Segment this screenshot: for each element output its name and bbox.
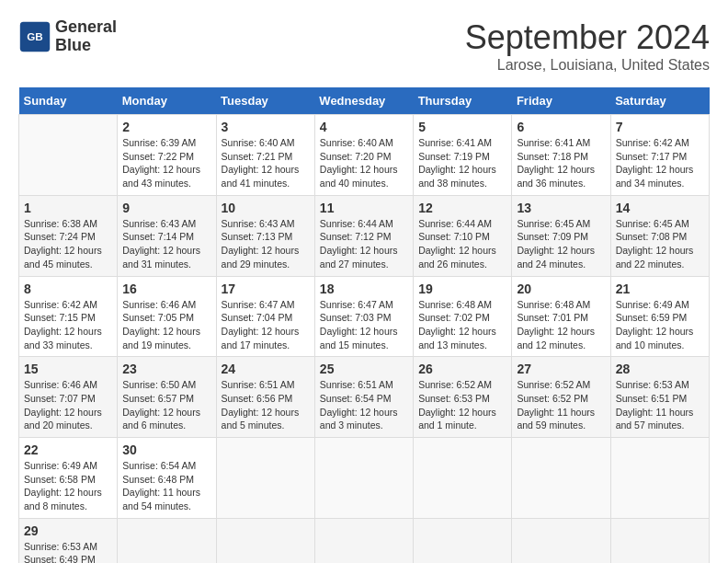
table-row: 15Sunrise: 6:46 AM Sunset: 7:07 PM Dayli… <box>19 357 118 438</box>
table-row: 23Sunrise: 6:50 AM Sunset: 6:57 PM Dayli… <box>118 357 216 438</box>
day-number: 4 <box>320 120 408 134</box>
day-info: Sunrise: 6:39 AM Sunset: 7:22 PM Dayligh… <box>122 136 210 190</box>
day-info: Sunrise: 6:53 AM Sunset: 6:49 PM Dayligh… <box>24 540 112 563</box>
day-info: Sunrise: 6:45 AM Sunset: 7:08 PM Dayligh… <box>616 217 704 271</box>
day-number: 13 <box>517 201 605 215</box>
day-number: 16 <box>122 282 210 296</box>
day-info: Sunrise: 6:41 AM Sunset: 7:18 PM Dayligh… <box>517 136 605 190</box>
table-row: 26Sunrise: 6:52 AM Sunset: 6:53 PM Dayli… <box>414 357 512 438</box>
table-row: 9Sunrise: 6:43 AM Sunset: 7:14 PM Daylig… <box>118 195 216 276</box>
table-row: 20Sunrise: 6:48 AM Sunset: 7:01 PM Dayli… <box>512 276 610 357</box>
svg-text:GB: GB <box>27 29 43 41</box>
day-number: 6 <box>517 120 605 134</box>
day-number: 20 <box>517 282 605 296</box>
table-row <box>216 518 314 563</box>
day-info: Sunrise: 6:48 AM Sunset: 7:02 PM Dayligh… <box>418 298 506 352</box>
day-info: Sunrise: 6:43 AM Sunset: 7:13 PM Dayligh… <box>222 217 310 271</box>
table-row: 14Sunrise: 6:45 AM Sunset: 7:08 PM Dayli… <box>610 195 709 276</box>
table-row: 12Sunrise: 6:44 AM Sunset: 7:10 PM Dayli… <box>414 195 512 276</box>
day-number: 11 <box>320 201 408 215</box>
day-number: 30 <box>122 442 210 457</box>
day-info: Sunrise: 6:42 AM Sunset: 7:15 PM Dayligh… <box>24 298 112 352</box>
day-info: Sunrise: 6:51 AM Sunset: 6:56 PM Dayligh… <box>222 378 310 432</box>
page-header: GB General Blue September 2024 Larose, L… <box>18 18 710 74</box>
col-sunday: Sunday <box>19 87 118 115</box>
table-row: 1Sunrise: 6:38 AM Sunset: 7:24 PM Daylig… <box>19 195 118 276</box>
table-row <box>314 518 413 563</box>
table-row <box>610 518 709 563</box>
table-row: 22Sunrise: 6:49 AM Sunset: 6:58 PM Dayli… <box>19 438 118 519</box>
calendar-row: 15Sunrise: 6:46 AM Sunset: 7:07 PM Dayli… <box>19 357 710 438</box>
day-info: Sunrise: 6:38 AM Sunset: 7:24 PM Dayligh… <box>24 217 112 271</box>
table-row <box>314 438 413 519</box>
calendar-table: Sunday Monday Tuesday Wednesday Thursday… <box>18 87 710 563</box>
location: Larose, Louisiana, United States <box>465 57 710 74</box>
day-number: 28 <box>616 362 704 376</box>
table-row: 30Sunrise: 6:54 AM Sunset: 6:48 PM Dayli… <box>118 438 216 519</box>
table-row <box>414 438 512 519</box>
day-number: 21 <box>616 282 704 296</box>
day-number: 7 <box>616 120 704 134</box>
day-info: Sunrise: 6:47 AM Sunset: 7:03 PM Dayligh… <box>320 298 408 352</box>
table-row: 11Sunrise: 6:44 AM Sunset: 7:12 PM Dayli… <box>314 195 413 276</box>
table-row <box>512 438 610 519</box>
day-info: Sunrise: 6:40 AM Sunset: 7:20 PM Dayligh… <box>320 136 408 190</box>
day-number: 10 <box>222 201 310 215</box>
table-row <box>512 518 610 563</box>
calendar-row: 22Sunrise: 6:49 AM Sunset: 6:58 PM Dayli… <box>19 438 710 519</box>
table-row: 17Sunrise: 6:47 AM Sunset: 7:04 PM Dayli… <box>216 276 314 357</box>
col-wednesday: Wednesday <box>314 87 413 115</box>
title-section: September 2024 Larose, Louisiana, United… <box>465 18 710 74</box>
day-info: Sunrise: 6:50 AM Sunset: 6:57 PM Dayligh… <box>122 378 210 432</box>
day-number: 22 <box>24 442 112 457</box>
table-row: 21Sunrise: 6:49 AM Sunset: 6:59 PM Dayli… <box>610 276 709 357</box>
col-monday: Monday <box>118 87 216 115</box>
table-row: 16Sunrise: 6:46 AM Sunset: 7:05 PM Dayli… <box>118 276 216 357</box>
day-info: Sunrise: 6:49 AM Sunset: 6:59 PM Dayligh… <box>616 298 704 352</box>
day-info: Sunrise: 6:42 AM Sunset: 7:17 PM Dayligh… <box>616 136 704 190</box>
day-info: Sunrise: 6:44 AM Sunset: 7:12 PM Dayligh… <box>320 217 408 271</box>
day-number: 25 <box>320 362 408 376</box>
day-info: Sunrise: 6:40 AM Sunset: 7:21 PM Dayligh… <box>222 136 310 190</box>
day-info: Sunrise: 6:44 AM Sunset: 7:10 PM Dayligh… <box>418 217 506 271</box>
day-info: Sunrise: 6:52 AM Sunset: 6:52 PM Dayligh… <box>517 378 605 432</box>
day-number: 2 <box>122 120 210 134</box>
day-number: 27 <box>517 362 605 376</box>
calendar-header: Sunday Monday Tuesday Wednesday Thursday… <box>19 87 710 115</box>
day-number: 19 <box>418 282 506 296</box>
day-number: 23 <box>122 362 210 376</box>
day-number: 9 <box>122 201 210 215</box>
day-info: Sunrise: 6:46 AM Sunset: 7:07 PM Dayligh… <box>24 378 112 432</box>
table-row: 29Sunrise: 6:53 AM Sunset: 6:49 PM Dayli… <box>19 518 118 563</box>
day-info: Sunrise: 6:47 AM Sunset: 7:04 PM Dayligh… <box>222 298 310 352</box>
table-row <box>610 438 709 519</box>
day-number: 8 <box>24 282 112 296</box>
day-info: Sunrise: 6:51 AM Sunset: 6:54 PM Dayligh… <box>320 378 408 432</box>
day-info: Sunrise: 6:49 AM Sunset: 6:58 PM Dayligh… <box>24 459 112 513</box>
logo: GB General Blue <box>18 18 117 55</box>
day-info: Sunrise: 6:53 AM Sunset: 6:51 PM Dayligh… <box>616 378 704 432</box>
table-row: 27Sunrise: 6:52 AM Sunset: 6:52 PM Dayli… <box>512 357 610 438</box>
table-row <box>216 438 314 519</box>
day-info: Sunrise: 6:52 AM Sunset: 6:53 PM Dayligh… <box>418 378 506 432</box>
calendar-row: 29Sunrise: 6:53 AM Sunset: 6:49 PM Dayli… <box>19 518 710 563</box>
table-row: 25Sunrise: 6:51 AM Sunset: 6:54 PM Dayli… <box>314 357 413 438</box>
table-row: 24Sunrise: 6:51 AM Sunset: 6:56 PM Dayli… <box>216 357 314 438</box>
calendar-row: 8Sunrise: 6:42 AM Sunset: 7:15 PM Daylig… <box>19 276 710 357</box>
table-row: 4Sunrise: 6:40 AM Sunset: 7:20 PM Daylig… <box>314 115 413 196</box>
table-row: 6Sunrise: 6:41 AM Sunset: 7:18 PM Daylig… <box>512 115 610 196</box>
table-row: 8Sunrise: 6:42 AM Sunset: 7:15 PM Daylig… <box>19 276 118 357</box>
col-friday: Friday <box>512 87 610 115</box>
table-row: 5Sunrise: 6:41 AM Sunset: 7:19 PM Daylig… <box>414 115 512 196</box>
day-info: Sunrise: 6:54 AM Sunset: 6:48 PM Dayligh… <box>122 459 210 513</box>
day-info: Sunrise: 6:45 AM Sunset: 7:09 PM Dayligh… <box>517 217 605 271</box>
day-number: 17 <box>222 282 310 296</box>
table-row: 18Sunrise: 6:47 AM Sunset: 7:03 PM Dayli… <box>314 276 413 357</box>
day-number: 3 <box>222 120 310 134</box>
table-row: 7Sunrise: 6:42 AM Sunset: 7:17 PM Daylig… <box>610 115 709 196</box>
header-row: Sunday Monday Tuesday Wednesday Thursday… <box>19 87 710 115</box>
day-info: Sunrise: 6:46 AM Sunset: 7:05 PM Dayligh… <box>122 298 210 352</box>
day-number: 18 <box>320 282 408 296</box>
day-number: 15 <box>24 362 112 376</box>
calendar-row: 1Sunrise: 6:38 AM Sunset: 7:24 PM Daylig… <box>19 195 710 276</box>
